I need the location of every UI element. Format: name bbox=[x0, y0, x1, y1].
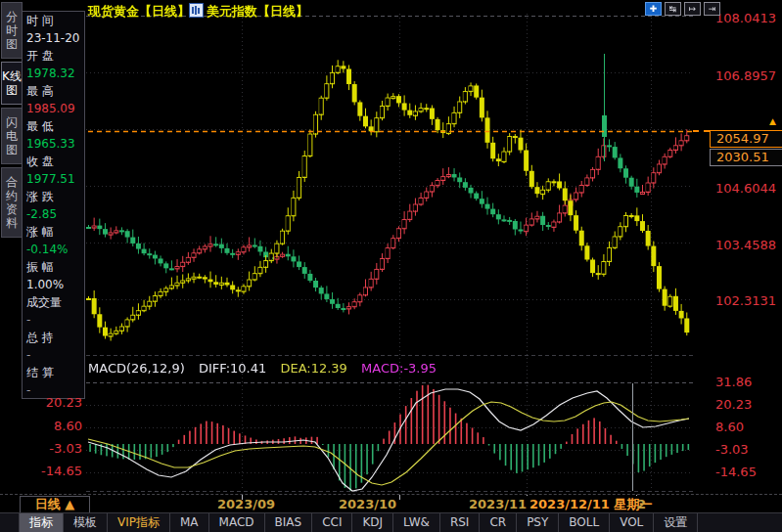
macd-axis-label-right: 31.86 bbox=[715, 375, 752, 389]
tab-RSI[interactable]: RSI bbox=[440, 513, 481, 532]
sidebar-item-3[interactable]: 闪电图 bbox=[1, 108, 23, 164]
info-label: 最 低 bbox=[23, 117, 84, 135]
info-label: 开 盘 bbox=[23, 47, 84, 65]
date-axis-tick bbox=[399, 495, 400, 500]
chart-toolbar: ✚↹↦⇥ bbox=[645, 2, 720, 16]
tab-MA[interactable]: MA bbox=[170, 513, 209, 532]
macd-axis-label-left: -14.65 bbox=[33, 464, 82, 478]
tab-PSY[interactable]: PSY bbox=[517, 513, 559, 532]
tab-KDJ[interactable]: KDJ bbox=[352, 513, 393, 532]
macd-axis-label-right: -14.65 bbox=[715, 465, 757, 479]
info-value: 1978.32 bbox=[23, 65, 84, 82]
info-value: - bbox=[23, 311, 84, 329]
tabbar-spacer bbox=[0, 513, 20, 532]
secondary-price-tag: 2030.51 bbox=[710, 149, 782, 166]
info-value: -2.85 bbox=[23, 205, 84, 223]
macd-axis-label-right: 8.60 bbox=[715, 420, 744, 434]
price-axis-label: 108.0413 bbox=[715, 11, 776, 25]
info-label: 涨 跌 bbox=[23, 188, 84, 205]
macd-formula: MACD(26,12,9) bbox=[88, 361, 185, 376]
price-axis-label: 104.6044 bbox=[715, 181, 776, 196]
trading-app-window: 分时图K线图闪电图合约资料 现货黄金【日线】 美元指数【日线】 ✚↹↦⇥ 时 间… bbox=[0, 0, 782, 532]
crosshair-date-tooltip: 2023/12/11 星期一 bbox=[527, 496, 655, 512]
period-selector-button[interactable]: 日线 ▲ bbox=[20, 496, 90, 513]
price-axis-label: 103.4588 bbox=[715, 238, 776, 252]
left-sidebar: 分时图K线图闪电图合约资料 bbox=[0, 2, 22, 241]
macd-axis-label-left: -3.03 bbox=[33, 441, 82, 456]
info-value: 1985.09 bbox=[23, 100, 84, 117]
tab-模板[interactable]: 模板 bbox=[64, 513, 108, 532]
sidebar-item-4[interactable]: 合约资料 bbox=[1, 167, 23, 238]
date-axis-label: 2023/09 bbox=[217, 497, 275, 511]
indicator-tab-bar: 指标模板VIP指标MAMACDBIASCCIKDJLW&RSICRPSYBOLL… bbox=[0, 512, 782, 532]
macd-indicator-header: MACD(26,12,9) DIFF:10.41 DEA:12.39 MACD:… bbox=[88, 361, 446, 376]
info-value: 1.00% bbox=[23, 276, 84, 293]
macd-bar-value: MACD:-3.95 bbox=[361, 361, 437, 376]
tab-VOL[interactable]: VOL bbox=[610, 513, 654, 532]
info-label: 时 间 bbox=[23, 12, 84, 29]
info-label: 收 盘 bbox=[23, 153, 84, 170]
tab-CCI[interactable]: CCI bbox=[312, 513, 352, 532]
tab-CR[interactable]: CR bbox=[480, 513, 517, 532]
quote-info-panel: 时 间23-11-20开 盘1978.32最 高1985.09最 低1965.3… bbox=[22, 11, 85, 399]
macd-diff-value: DIFF:10.41 bbox=[199, 361, 266, 376]
date-axis-label: 2023/11 bbox=[469, 497, 527, 511]
macd-axis-label-right: 20.23 bbox=[715, 397, 752, 412]
info-label: 最 高 bbox=[23, 82, 84, 100]
date-axis-label: 2023/10 bbox=[339, 497, 396, 511]
info-label: 结 算 bbox=[23, 364, 84, 381]
macd-dea-value: DEA:12.39 bbox=[280, 361, 347, 376]
macd-axis-label-left: 20.23 bbox=[33, 395, 82, 410]
info-value: 1965.33 bbox=[23, 135, 84, 153]
tab-LW&[interactable]: LW& bbox=[393, 513, 440, 532]
tab-指标[interactable]: 指标 bbox=[20, 513, 64, 532]
info-label: 成交量 bbox=[23, 293, 84, 311]
series-title-gold[interactable]: 现货黄金【日线】 bbox=[88, 3, 190, 21]
date-axis-tick bbox=[242, 495, 243, 500]
date-axis-row: 日线 ▲ 2023/092023/102023/11 2023/12/11 星期… bbox=[0, 494, 782, 512]
shift-right-icon[interactable]: ⇥ bbox=[704, 2, 720, 16]
info-label: 振 幅 bbox=[23, 258, 84, 276]
axis-scale-right-icon[interactable]: ↦ bbox=[684, 2, 701, 16]
tab-VIP指标[interactable]: VIP指标 bbox=[108, 513, 170, 532]
price-axis-label: 106.8957 bbox=[715, 68, 776, 83]
macd-axis-label-right: -3.03 bbox=[715, 442, 749, 457]
tab-BIAS[interactable]: BIAS bbox=[265, 513, 313, 532]
mini-chart-icon bbox=[189, 3, 204, 18]
tab-BOLL[interactable]: BOLL bbox=[559, 513, 610, 532]
info-value: -0.14% bbox=[23, 241, 84, 258]
macd-axis-label-left: 8.60 bbox=[33, 419, 82, 433]
tab-设置[interactable]: 设置 bbox=[654, 513, 698, 532]
last-price-dash-extension bbox=[693, 130, 710, 132]
sidebar-item-2[interactable]: K线图 bbox=[1, 62, 23, 105]
info-value: 23-11-20 bbox=[23, 29, 84, 47]
series-title-usd[interactable]: 美元指数【日线】 bbox=[207, 3, 308, 21]
last-price-tag: 2054.97 bbox=[710, 130, 782, 148]
candlestick-chart-canvas[interactable] bbox=[86, 0, 693, 494]
tab-MACD[interactable]: MACD bbox=[209, 513, 265, 532]
sidebar-item-1[interactable]: 分时图 bbox=[1, 2, 23, 59]
price-marker-icon: ▲ bbox=[769, 116, 776, 126]
axis-scale-left-icon[interactable]: ↹ bbox=[665, 2, 681, 16]
info-value: 1977.51 bbox=[23, 170, 84, 188]
crosshair-pan-icon[interactable]: ✚ bbox=[645, 2, 662, 16]
price-axis-label: 102.3131 bbox=[715, 293, 776, 308]
info-value: - bbox=[23, 346, 84, 364]
info-label: 涨 幅 bbox=[23, 223, 84, 241]
info-label: 总 持 bbox=[23, 329, 84, 346]
partial-month-label: 2 bbox=[637, 497, 646, 511]
